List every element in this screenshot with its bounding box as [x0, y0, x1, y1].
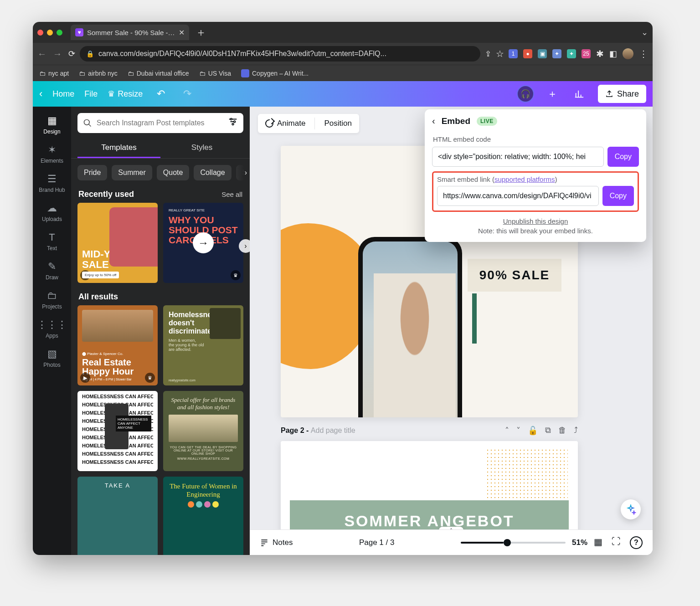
copy-html-button[interactable]: Copy	[607, 147, 639, 167]
resize-menu[interactable]: ♛Resize	[108, 89, 143, 99]
share-url-icon[interactable]: ⇪	[485, 49, 491, 59]
page-down-icon[interactable]: ˅	[516, 426, 520, 436]
copy-smart-button[interactable]: Copy	[602, 186, 634, 206]
nav-forward-icon[interactable]: →	[53, 49, 62, 59]
template-take-a[interactable]: TAKE A	[77, 477, 158, 555]
help-icon[interactable]: ?	[630, 536, 643, 549]
ext-icon-2[interactable]: ●	[523, 49, 532, 58]
home-link[interactable]: Home	[52, 89, 74, 99]
smart-embed-input[interactable]	[437, 186, 599, 206]
bookmark-star-icon[interactable]: ☆	[496, 48, 504, 59]
insights-icon[interactable]	[571, 85, 588, 103]
url-field[interactable]: 🔒 canva.com/design/DAFlQc4l9i0/Al0DsH1N7…	[80, 46, 480, 62]
undo-icon[interactable]: ↶	[153, 88, 169, 100]
tab-templates[interactable]: Templates	[77, 139, 160, 158]
see-all-link[interactable]: See all	[221, 190, 242, 198]
more-page-icon[interactable]: ⤴	[574, 426, 578, 436]
share-button[interactable]: Share	[598, 85, 646, 103]
rail-apps[interactable]: ⋮⋮⋮Apps	[36, 314, 68, 344]
chip-quote[interactable]: Quote	[157, 165, 190, 180]
browser-menu-icon[interactable]: ⋮	[639, 48, 648, 59]
template-carousels[interactable]: REALLY GREAT SITE WHY YOU SHOULD POST CA…	[163, 203, 243, 283]
template-midyear-sale[interactable]: MID-YEAR SALE Enjoy up to 50% off ▶	[77, 203, 158, 283]
chip-collage[interactable]: Collage	[194, 165, 231, 180]
rail-design[interactable]: ▦Design	[36, 110, 68, 139]
green-bar-accent	[472, 293, 477, 344]
file-menu[interactable]: File	[84, 89, 98, 99]
zoom-value[interactable]: 51%	[572, 538, 587, 547]
url-text: canva.com/design/DAFlQc4l9i0/Al0DsH1N7mF…	[98, 50, 386, 58]
user-avatar-button[interactable]: 🎧	[517, 85, 534, 103]
tabs-overflow-icon[interactable]: ⌄	[641, 27, 648, 37]
template-homelessness-2[interactable]: HOMELESSNESS CAN AFFECT ANYONE HOMELESSN…	[77, 391, 158, 471]
rail-projects[interactable]: 🗀Projects	[36, 285, 68, 314]
rail-draw[interactable]: ✎Draw	[36, 256, 68, 285]
browser-tab-active[interactable]: ♥ Sommer Sale - 90% Sale - Inst… ✕	[71, 25, 189, 40]
maximize-window-button[interactable]	[57, 30, 62, 36]
chip-pride[interactable]: Pride	[77, 165, 107, 180]
page-indicator[interactable]: Page 1 / 3	[359, 538, 395, 547]
supported-platforms-link[interactable]: supported platforms	[494, 175, 555, 183]
window-controls	[37, 30, 62, 36]
canvas-area[interactable]: Animate Position WEAR 90% SALE	[250, 107, 653, 555]
pencil-icon: ✎	[48, 261, 56, 272]
bookmark-copygen[interactable]: Copygen – AI Writ...	[241, 69, 309, 77]
template-real-estate[interactable]: ⬤ Plaster & Spencer Co. Real Estate Happ…	[77, 305, 158, 385]
ext-icon-4[interactable]: ✦	[552, 49, 561, 58]
chips-scroll-right[interactable]: ›	[231, 159, 250, 187]
extensions-puzzle-icon[interactable]: ✱	[596, 48, 604, 59]
rail-text[interactable]: TText	[36, 227, 68, 256]
profile-avatar-icon[interactable]	[623, 48, 633, 59]
page-up-icon[interactable]: ˄	[505, 426, 509, 436]
animate-button[interactable]: Animate	[265, 119, 305, 128]
add-member-icon[interactable]: ＋	[544, 87, 561, 101]
rail-photos[interactable]: ▧Photos	[36, 344, 68, 373]
zoom-slider[interactable]	[461, 542, 566, 544]
close-tab-icon[interactable]: ✕	[179, 28, 185, 37]
unpublish-link[interactable]: Unpublish this design	[432, 217, 639, 225]
fullscreen-icon[interactable]: ⛶	[612, 536, 621, 549]
sidepanel-icon[interactable]: ◧	[609, 49, 617, 59]
reload-icon[interactable]: ⟳	[68, 49, 75, 59]
duplicate-page-icon[interactable]: ⧉	[545, 426, 551, 436]
redo-icon[interactable]: ↷	[179, 88, 196, 100]
ext-icon-3[interactable]: ▣	[538, 49, 547, 58]
tab-styles[interactable]: Styles	[160, 139, 243, 158]
search-input-wrap[interactable]	[77, 113, 243, 133]
add-page-title[interactable]: Add page title	[311, 426, 355, 434]
template-women-engineering[interactable]: The Future of Women in Engineering	[163, 477, 243, 555]
back-icon[interactable]: ‹	[39, 88, 42, 100]
ext-icon-calendar[interactable]: 25	[582, 49, 591, 58]
nav-back-icon[interactable]: ←	[37, 49, 46, 59]
template-panel: ‹ Templates Styles Pride S	[71, 107, 250, 555]
rail-elements[interactable]: ✶Elements	[36, 139, 68, 169]
minimize-window-button[interactable]	[47, 30, 53, 36]
html-embed-input[interactable]	[432, 147, 604, 167]
lock-page-icon[interactable]: 🔓	[528, 426, 538, 436]
filter-icon[interactable]	[228, 117, 238, 129]
notes-button[interactable]: Notes	[260, 538, 293, 547]
section-recent: Recently used See all	[71, 187, 250, 203]
chip-summer[interactable]: Summer	[112, 165, 152, 180]
folder-icon: 🗀	[79, 70, 85, 77]
bookmark-nyc-apt[interactable]: 🗀nyc apt	[39, 70, 69, 77]
delete-page-icon[interactable]: 🗑	[558, 426, 566, 436]
bookmark-dubai-office[interactable]: 🗀Dubai virtual office	[128, 70, 189, 77]
app-topbar: ‹ Home File ♛Resize ↶ ↷ 🎧 ＋ Share	[33, 81, 653, 107]
position-button[interactable]: Position	[324, 119, 351, 128]
rail-uploads[interactable]: ☁Uploads	[36, 198, 68, 227]
new-tab-button[interactable]: ＋	[189, 25, 213, 40]
rail-brand-hub[interactable]: ☰Brand Hub	[36, 169, 68, 198]
ext-icon-1[interactable]: 1	[509, 49, 518, 58]
template-homelessness-1[interactable]: Homelessness doesn't discriminate Men & …	[163, 305, 243, 385]
ext-icon-5[interactable]: ✦	[567, 49, 576, 58]
magic-assistant-button[interactable]	[621, 499, 641, 519]
search-input[interactable]	[97, 119, 223, 127]
bookmark-us-visa[interactable]: 🗀US Visa	[199, 70, 231, 77]
grid-view-icon[interactable]: ▦	[594, 536, 602, 549]
animate-icon	[265, 119, 273, 128]
popover-back-icon[interactable]: ‹	[432, 116, 435, 126]
close-window-button[interactable]	[37, 30, 43, 36]
bookmark-airbnb-nyc[interactable]: 🗀airbnb nyc	[79, 70, 118, 77]
template-special-offer[interactable]: Special offer for all brands and all fas…	[163, 391, 243, 471]
